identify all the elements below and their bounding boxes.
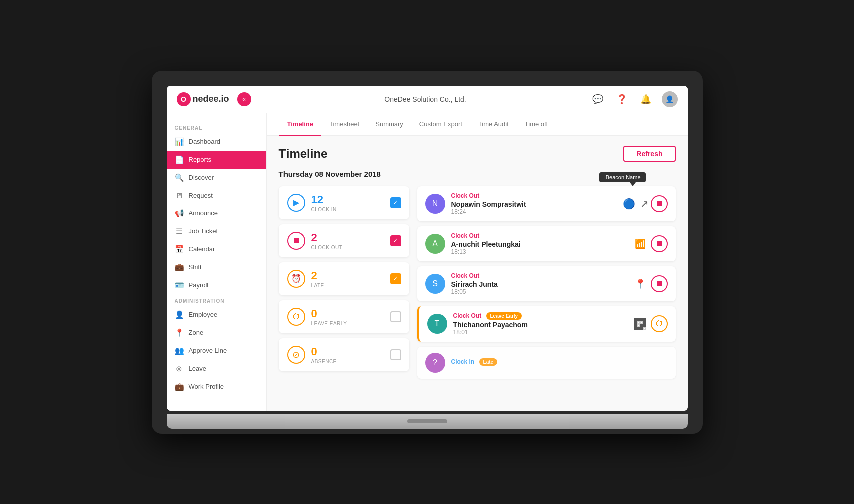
- absence-check[interactable]: [390, 349, 401, 360]
- tab-timeline[interactable]: Timeline: [279, 113, 322, 136]
- sidebar: GENERAL 📊 Dashboard 📄 Reports 🔍 Discover: [167, 113, 267, 411]
- discover-icon: 🔍: [175, 173, 184, 182]
- entry-info-anuchit: Clock Out A-nuchit Pleetungkai 18:13: [451, 232, 629, 255]
- sidebar-item-label: Reports: [189, 156, 212, 163]
- entry-right-anuchit: 📶 ⏹: [635, 235, 668, 252]
- sidebar-item-label: Shift: [189, 263, 202, 271]
- clock-out-btn-thichanont[interactable]: ⏱: [651, 315, 668, 332]
- sidebar-item-discover[interactable]: 🔍 Discover: [167, 169, 266, 187]
- leave-early-label: LEAVE EARLY: [311, 321, 347, 326]
- work-profile-icon: 💼: [175, 382, 184, 391]
- avatar[interactable]: 👤: [662, 91, 678, 107]
- admin-section-label: ADMINISTRATION: [167, 294, 266, 306]
- sidebar-item-leave[interactable]: ⊗ Leave: [167, 360, 266, 378]
- sidebar-item-calendar[interactable]: 📅 Calendar: [167, 240, 266, 258]
- tooltip-arrow: [630, 182, 636, 186]
- chat-icon[interactable]: 💬: [590, 91, 606, 107]
- dashboard-icon: 📊: [175, 137, 184, 146]
- clock-out-number: 2: [311, 231, 343, 244]
- leave-early-badge: Leave Early: [486, 312, 522, 320]
- sidebar-item-label: Dashboard: [189, 138, 221, 145]
- entry-card-anuchit[interactable]: A Clock Out A-nuchit Pleetungkai 18:13 📶…: [417, 226, 676, 261]
- job-ticket-icon: ☰: [175, 227, 184, 236]
- sidebar-item-job-ticket[interactable]: ☰ Job Ticket: [167, 222, 266, 240]
- late-badge: Late: [479, 358, 498, 366]
- entry-name-anuchit: A-nuchit Pleetungkai: [451, 240, 629, 248]
- clock-out-check[interactable]: ✓: [390, 235, 401, 246]
- help-icon[interactable]: ❓: [614, 91, 630, 107]
- clock-out-btn-anuchit[interactable]: ⏹: [651, 235, 668, 252]
- entry-status-anuchit: Clock Out: [451, 232, 629, 239]
- entry-avatar-partial: ?: [425, 353, 445, 373]
- sidebar-item-request[interactable]: 🖥 Request: [167, 187, 266, 204]
- late-check[interactable]: ✓: [390, 273, 401, 284]
- stat-card-absence[interactable]: ⊘ 0 ABSENCE: [279, 338, 409, 371]
- clock-out-btn-sirirach[interactable]: ⏹: [651, 275, 668, 292]
- sidebar-item-payroll[interactable]: 🪪 Payroll: [167, 276, 266, 294]
- tab-time-audit[interactable]: Time Audit: [470, 113, 517, 136]
- calendar-icon: 📅: [175, 245, 184, 254]
- entry-info-partial: Clock In Late: [451, 358, 668, 367]
- general-section-label: GENERAL: [167, 121, 266, 133]
- sidebar-item-zone[interactable]: 📍 Zone: [167, 324, 266, 342]
- notification-icon[interactable]: 🔔: [638, 91, 654, 107]
- sidebar-item-approve-line[interactable]: 👥 Approve Line: [167, 342, 266, 360]
- page-title: Timeline: [279, 147, 328, 161]
- clock-out-icon: ⏹: [287, 232, 305, 250]
- clock-out-btn-nopawin[interactable]: ⏹: [651, 195, 668, 212]
- refresh-button[interactable]: Refresh: [623, 146, 675, 162]
- leave-early-number: 0: [311, 307, 347, 320]
- entry-avatar-nopawin: N: [425, 194, 445, 214]
- entry-status-nopawin: Clock Out: [451, 192, 617, 199]
- entry-info-sirirach: Clock Out Sirirach Junta 18:05: [451, 272, 629, 295]
- absence-icon: ⊘: [287, 346, 305, 364]
- leave-early-check[interactable]: [390, 311, 401, 322]
- clock-in-icon: ▶: [287, 194, 305, 212]
- sidebar-toggle-button[interactable]: «: [237, 92, 251, 106]
- entry-name-thichanont: Thichanont Payachom: [453, 321, 628, 329]
- tab-time-off[interactable]: Time off: [517, 113, 556, 136]
- sidebar-item-reports[interactable]: 📄 Reports: [167, 151, 266, 169]
- sidebar-item-label: Request: [189, 192, 213, 199]
- sidebar-item-label: Zone: [189, 329, 204, 336]
- leave-icon: ⊗: [175, 364, 184, 373]
- entry-card-nopawin[interactable]: iBeacon Name N Clock Out Nopawin Sompras…: [417, 186, 676, 221]
- timeline-grid: ▶ 12 CLOCK IN ✓: [279, 186, 676, 379]
- stat-card-late[interactable]: ⏰ 2 LATE ✓: [279, 262, 409, 295]
- sidebar-item-work-profile[interactable]: 💼 Work Profile: [167, 378, 266, 396]
- entry-card-sirirach[interactable]: S Clock Out Sirirach Junta 18:05 📍 ⏹: [417, 266, 676, 301]
- entry-right-nopawin: 🔵 ↗ ⏹: [623, 195, 668, 212]
- entry-time-anuchit: 18:13: [451, 248, 629, 255]
- entry-card-thichanont[interactable]: T Clock Out Leave Early Thichanont Payac…: [417, 306, 676, 342]
- sidebar-item-shift[interactable]: 💼 Shift: [167, 258, 266, 276]
- clock-in-label: CLOCK IN: [311, 207, 337, 212]
- company-name: OneDee Solution Co., Ltd.: [261, 95, 590, 103]
- tab-summary[interactable]: Summary: [367, 113, 411, 136]
- entry-right-thichanont: ⏱: [634, 315, 668, 332]
- sidebar-item-employee[interactable]: 👤 Employee: [167, 306, 266, 324]
- tab-timesheet[interactable]: Timesheet: [321, 113, 367, 136]
- entry-name-sirirach: Sirirach Junta: [451, 280, 629, 288]
- approve-line-icon: 👥: [175, 346, 184, 355]
- tab-custom-export[interactable]: Custom Export: [411, 113, 470, 136]
- stat-card-clock-in[interactable]: ▶ 12 CLOCK IN ✓: [279, 186, 409, 219]
- stat-card-leave-early[interactable]: ⏱ 0 LEAVE EARLY: [279, 300, 409, 333]
- entry-status-partial: Clock In Late: [451, 358, 668, 366]
- bluetooth-icon: 🔵: [623, 198, 635, 210]
- sidebar-item-announce[interactable]: 📢 Announce: [167, 204, 266, 222]
- sidebar-item-dashboard[interactable]: 📊 Dashboard: [167, 133, 266, 151]
- payroll-icon: 🪪: [175, 281, 184, 290]
- sidebar-item-label: Announce: [189, 209, 218, 217]
- reports-icon: 📄: [175, 155, 184, 164]
- entry-card-partial[interactable]: ? Clock In Late: [417, 347, 676, 379]
- beacon-tooltip: iBeacon Name: [599, 172, 645, 182]
- logo-text: nedee.io: [193, 94, 229, 104]
- wifi-icon: 📶: [635, 238, 646, 249]
- stat-card-clock-out[interactable]: ⏹ 2 CLOCK OUT ✓: [279, 224, 409, 257]
- entry-status-sirirach: Clock Out: [451, 272, 629, 279]
- clock-in-check[interactable]: ✓: [390, 197, 401, 208]
- sidebar-item-label: Calendar: [189, 245, 215, 253]
- sidebar-item-label: Employee: [189, 311, 218, 318]
- sidebar-item-label: Approve Line: [189, 347, 227, 354]
- zone-icon: 📍: [175, 328, 184, 337]
